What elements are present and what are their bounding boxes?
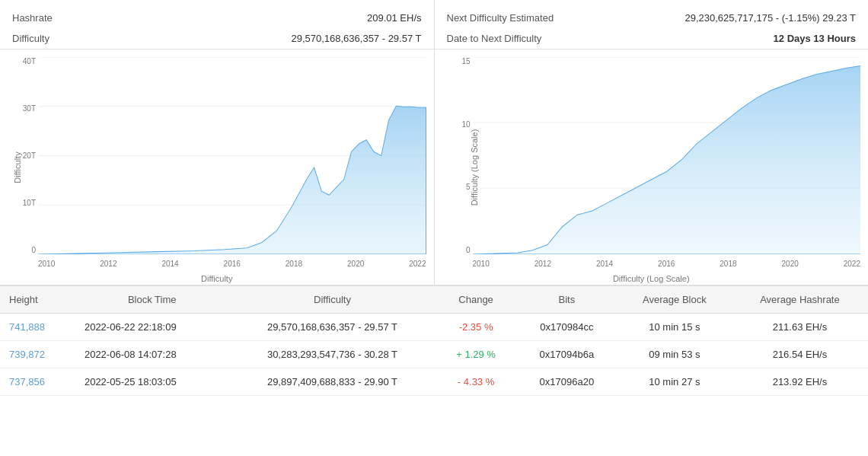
difficulty-label: Difficulty xyxy=(12,33,49,44)
col-header-bits: Bits xyxy=(516,286,617,314)
stats-header: Hashrate 209.01 EH/s Difficulty 29,570,1… xyxy=(0,0,868,49)
cell-avg-hashrate: 213.92 EH/s xyxy=(732,368,868,396)
cell-block-time: 2022-05-25 18:03:05 xyxy=(75,368,229,396)
difficulty-row: Difficulty 29,570,168,636,357 - 29.57 T xyxy=(12,28,422,49)
right-y-axis: 15 10 5 0 xyxy=(444,57,471,254)
y-label-40t: 40T xyxy=(23,57,36,65)
cell-difficulty: 29,570,168,636,357 - 29.57 T xyxy=(229,314,436,341)
rx-label-2016: 2016 xyxy=(658,260,675,268)
hashrate-value: 209.01 EH/s xyxy=(367,12,422,24)
cell-height[interactable]: 737,856 xyxy=(0,368,75,396)
ry-label-15: 15 xyxy=(461,57,470,65)
table-section: Height Block Time Difficulty Change Bits… xyxy=(0,285,868,396)
hashrate-label: Hashrate xyxy=(12,12,53,24)
rx-label-2018: 2018 xyxy=(720,260,736,268)
ry-label-5: 5 xyxy=(466,183,471,191)
x-label-2012: 2012 xyxy=(100,260,116,268)
cell-bits: 0x170984cc xyxy=(516,314,617,341)
cell-avg-hashrate: 211.63 EH/s xyxy=(732,314,868,341)
rx-label-2022: 2022 xyxy=(844,260,860,268)
y-label-0: 0 xyxy=(31,246,36,254)
x-label-2020: 2020 xyxy=(347,260,364,268)
difficulty-value: 29,570,168,636,357 - 29.57 T xyxy=(291,33,421,44)
ry-label-0: 0 xyxy=(466,246,471,254)
rx-label-2010: 2010 xyxy=(473,260,490,268)
col-header-avg-block: Average Block xyxy=(617,286,732,314)
rx-label-2014: 2014 xyxy=(596,260,613,268)
x-label-2018: 2018 xyxy=(286,260,302,268)
table-row: 739,872 2022-06-08 14:07:28 30,283,293,5… xyxy=(0,341,868,368)
col-header-avg-hashrate: Average Hashrate xyxy=(732,286,868,314)
right-chart-y-label: Difficulty (Log Scale) xyxy=(470,129,479,206)
col-header-height: Height xyxy=(0,286,75,314)
cell-change: -2.35 % xyxy=(436,314,515,341)
cell-bits: 0x17096a20 xyxy=(516,368,617,396)
cell-block-time: 2022-06-08 14:07:28 xyxy=(75,341,229,368)
hashrate-row: Hashrate 209.01 EH/s xyxy=(12,8,422,28)
next-difficulty-row: Next Difficulty Estimated 29,230,625,717… xyxy=(447,8,857,28)
cell-height[interactable]: 739,872 xyxy=(0,341,75,368)
cell-difficulty: 30,283,293,547,736 - 30.28 T xyxy=(229,341,436,368)
x-label-2022: 2022 xyxy=(409,260,426,268)
ry-label-10: 10 xyxy=(461,120,470,129)
x-label-2016: 2016 xyxy=(224,260,241,268)
table-header-row: Height Block Time Difficulty Change Bits… xyxy=(0,286,868,314)
data-table: Height Block Time Difficulty Change Bits… xyxy=(0,285,868,396)
col-header-change: Change xyxy=(436,286,515,314)
date-next-value: 12 Days 13 Hours xyxy=(774,33,856,44)
cell-avg-block: 10 min 27 s xyxy=(617,368,732,396)
next-difficulty-label: Next Difficulty Estimated xyxy=(447,12,554,24)
left-stats: Hashrate 209.01 EH/s Difficulty 29,570,1… xyxy=(0,0,435,49)
date-next-row: Date to Next Difficulty 12 Days 13 Hours xyxy=(447,28,857,49)
left-chart-svg xyxy=(38,57,426,254)
rx-label-2012: 2012 xyxy=(535,260,551,268)
cell-avg-block: 10 min 15 s xyxy=(617,314,732,341)
y-label-30t: 30T xyxy=(23,104,36,113)
left-x-axis: 2010 2012 2014 2016 2018 2020 2022 xyxy=(38,260,426,268)
cell-bits: 0x17094b6a xyxy=(516,341,617,368)
table-row: 741,888 2022-06-22 22:18:09 29,570,168,6… xyxy=(0,314,868,341)
left-y-axis: 40T 30T 20T 10T 0 xyxy=(9,57,36,254)
cell-change: + 1.29 % xyxy=(436,341,515,368)
cell-height[interactable]: 741,888 xyxy=(0,314,75,341)
x-label-2010: 2010 xyxy=(38,260,55,268)
cell-avg-hashrate: 216.54 EH/s xyxy=(732,341,868,368)
cell-avg-block: 09 min 53 s xyxy=(617,341,732,368)
left-chart-container: Difficulty 40T 30T 20T 10T 0 xyxy=(0,49,435,285)
col-header-difficulty: Difficulty xyxy=(229,286,436,314)
cell-difficulty: 29,897,409,688,833 - 29.90 T xyxy=(229,368,436,396)
next-difficulty-value: 29,230,625,717,175 - (-1.15%) 29.23 T xyxy=(685,12,856,24)
y-label-20t: 20T xyxy=(23,151,36,160)
cell-change: - 4.33 % xyxy=(436,368,515,396)
col-header-block-time: Block Time xyxy=(75,286,229,314)
charts-section: Difficulty 40T 30T 20T 10T 0 xyxy=(0,49,868,285)
x-label-2014: 2014 xyxy=(161,260,178,268)
right-chart-svg xyxy=(473,57,861,254)
right-chart-container: Difficulty (Log Scale) 15 10 5 0 2010 xyxy=(435,49,869,285)
cell-block-time: 2022-06-22 22:18:09 xyxy=(75,314,229,341)
date-next-label: Date to Next Difficulty xyxy=(447,33,542,44)
left-chart-x-label: Difficulty xyxy=(201,274,232,283)
table-row: 737,856 2022-05-25 18:03:05 29,897,409,6… xyxy=(0,368,868,396)
rx-label-2020: 2020 xyxy=(782,260,799,268)
y-label-10t: 10T xyxy=(23,199,36,207)
right-chart-x-label: Difficulty (Log Scale) xyxy=(613,274,690,283)
right-x-axis: 2010 2012 2014 2016 2018 2020 2022 xyxy=(473,260,861,268)
right-stats: Next Difficulty Estimated 29,230,625,717… xyxy=(435,0,869,49)
